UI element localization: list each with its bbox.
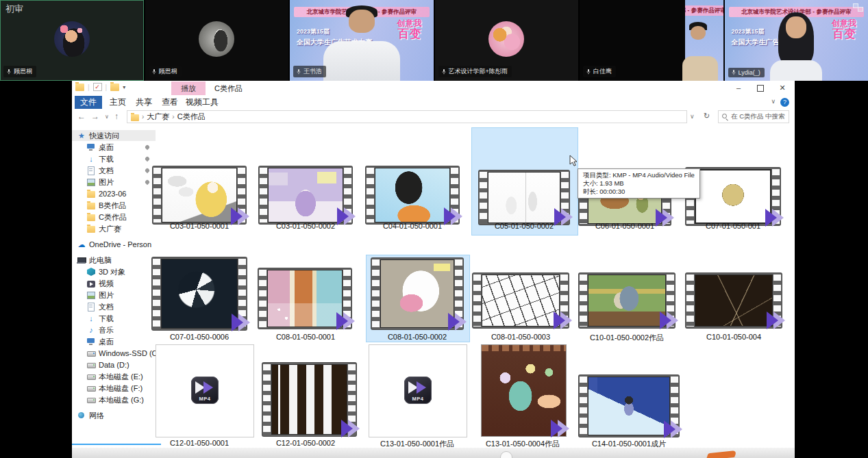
ribbon-collapse-icon[interactable]: ∨ xyxy=(771,98,776,105)
file-item-thumbnail[interactable] xyxy=(152,257,247,330)
video-tile-1[interactable]: 初审 顾思桐 xyxy=(0,0,144,81)
sidebar-item-downloads[interactable]: ↓ 下载 xyxy=(72,153,156,164)
sidebar-item-documents[interactable]: 文档 xyxy=(72,301,156,312)
file-item-thumbnail[interactable] xyxy=(262,363,356,436)
sidebar-item-desktop[interactable]: 桌面 xyxy=(72,142,156,153)
file-item-label[interactable]: C08-01-050-0001 xyxy=(252,333,359,341)
file-item-label[interactable]: C03-01-050-0001 xyxy=(146,222,253,230)
video-tile-5[interactable]: 北京城市学院艺术设计学部 - 参赛作品评审 白佳鹰 xyxy=(580,0,723,81)
file-item-label[interactable]: C10-01-050-004 xyxy=(680,333,787,341)
tab-file[interactable]: 文件 xyxy=(75,96,102,109)
forward-button[interactable]: → xyxy=(91,112,99,121)
file-item-label[interactable]: C07-01-050-0006 xyxy=(146,333,253,341)
sidebar-item-onedrive[interactable]: ☁ OneDrive - Person xyxy=(72,239,156,250)
sidebar-item-folder[interactable]: 2023-06 xyxy=(72,188,156,199)
sidebar-item-music[interactable]: ♪ 音乐 xyxy=(72,325,156,335)
refresh-icon[interactable]: ↻ xyxy=(704,112,710,120)
participant-name: Lydia(_) xyxy=(739,69,760,76)
breadcrumb-root[interactable]: 大广赛 xyxy=(147,112,169,122)
file-item-label[interactable]: C12-01-050-0001 xyxy=(146,439,253,447)
sidebar-item-folder[interactable]: C类作品 xyxy=(72,212,156,222)
sidebar-item-drive-d[interactable]: Data (D:) xyxy=(72,359,156,370)
file-item-label[interactable]: C08-01-050-0003 xyxy=(467,333,574,341)
sidebar-item-documents[interactable]: 文档 xyxy=(72,165,156,176)
tooltip-duration: 时长: 00:00:30 xyxy=(583,188,695,196)
file-item-label[interactable]: C10-01-050-0002作品 xyxy=(573,333,680,343)
file-item-label[interactable]: C13-01-050-0001作品 xyxy=(364,439,471,449)
kmplayer-mp4-icon: MP4 xyxy=(191,377,219,404)
file-item-label[interactable]: C12-01-050-0002 xyxy=(252,439,359,447)
sidebar-item-pictures[interactable]: 图片 xyxy=(72,177,156,188)
file-item-thumbnail[interactable] xyxy=(579,273,675,328)
sidebar-item-desktop[interactable]: 桌面 xyxy=(72,336,156,347)
drive-icon xyxy=(87,361,95,369)
file-item-thumbnail[interactable] xyxy=(366,166,459,224)
help-icon[interactable]: ? xyxy=(780,98,789,107)
file-item-thumbnail[interactable] xyxy=(579,375,679,437)
breadcrumb[interactable]: › 大广赛 › C类作品 xyxy=(127,110,687,123)
file-item-label[interactable]: C14-01-050-0001成片 xyxy=(575,439,682,449)
breadcrumb-current[interactable]: C类作品 xyxy=(177,112,206,122)
play-overlay-icon xyxy=(546,311,572,330)
sidebar-item-downloads[interactable]: ↓ 下载 xyxy=(72,313,156,324)
file-item-thumbnail[interactable] xyxy=(259,166,352,224)
sidebar-item-network[interactable]: 网络 xyxy=(72,410,156,421)
file-item-thumbnail[interactable] xyxy=(153,166,246,224)
participant-name: 艺术设计学部+陈彤雨 xyxy=(449,67,508,76)
file-item-label[interactable]: C08-01-050-0002 xyxy=(364,333,471,341)
sidebar-item-videos[interactable]: 视频 xyxy=(72,278,156,289)
video-tile-3[interactable]: 北京城市学院艺术设计学部 - 参赛作品评审 2023第15届 全国大学生广告艺术… xyxy=(290,0,434,81)
sidebar-item-this-pc[interactable]: 此电脑 xyxy=(72,255,156,266)
back-button[interactable]: ← xyxy=(77,112,86,121)
minimize-button[interactable]: – xyxy=(728,81,749,95)
gallery-view-icon[interactable] xyxy=(853,3,863,12)
sidebar-item-drive-f[interactable]: 本地磁盘 (F:) xyxy=(72,383,156,394)
sidebar-item-drive-c[interactable]: Windows-SSD (C: xyxy=(72,348,156,359)
file-item-thumbnail[interactable] xyxy=(371,258,463,329)
video-tile-4[interactable]: 艺术设计学部+陈彤雨 xyxy=(435,0,579,81)
folder-icon[interactable] xyxy=(75,84,84,91)
file-item-thumbnail[interactable] xyxy=(481,344,567,437)
file-item-thumbnail[interactable] xyxy=(258,268,351,329)
title-bar: | ✓ | ▾ 播放 C类作品 – ✕ xyxy=(72,81,795,96)
video-tile-2[interactable]: 顾思桐 xyxy=(145,0,289,81)
file-item-thumbnail[interactable] xyxy=(473,273,569,328)
sidebar-item-drive-g[interactable]: 本地磁盘 (G:) xyxy=(72,394,156,405)
sidebar-item-drive-e[interactable]: 本地磁盘 (E:) xyxy=(72,371,156,382)
meeting-control-button[interactable] xyxy=(500,451,512,458)
mic-icon xyxy=(441,68,447,75)
file-item-label[interactable]: C03-01-050-0002 xyxy=(252,222,359,230)
sidebar-item-folder[interactable]: B类作品 xyxy=(72,200,156,211)
tab-video-tools[interactable]: 视频工具 xyxy=(184,96,221,109)
file-item-thumbnail[interactable] xyxy=(479,170,569,225)
chevron-down-icon[interactable]: ▾ xyxy=(123,84,125,90)
tab-share[interactable]: 共享 xyxy=(132,96,156,109)
file-item-label[interactable]: C06-01-050-0001 xyxy=(571,222,678,230)
sidebar-item-pictures[interactable]: 图片 xyxy=(72,290,156,301)
sidebar-item-folder[interactable]: 大广赛 xyxy=(72,223,156,234)
search-box[interactable]: 在 C类作品 中搜索 xyxy=(718,110,789,123)
folder-icon[interactable] xyxy=(110,84,119,91)
file-item-label[interactable]: C13-01-050-0004作品 xyxy=(469,439,576,449)
address-dropdown-icon[interactable]: ∨ xyxy=(690,113,695,120)
file-item-label[interactable]: C07-01-050-001 xyxy=(680,222,786,230)
file-item-thumbnail[interactable] xyxy=(686,273,782,328)
sidebar-item-quick-access[interactable]: ★ 快速访问 xyxy=(72,130,156,141)
mouse-cursor xyxy=(569,155,579,168)
desktop-icon xyxy=(87,338,95,346)
tab-home[interactable]: 主页 xyxy=(106,96,129,109)
drive-icon xyxy=(87,372,95,381)
maximize-button[interactable] xyxy=(749,81,771,95)
file-item-label[interactable]: C05-01-050-0002 xyxy=(471,222,578,230)
recent-locations-icon[interactable]: ∨ xyxy=(105,114,109,120)
sidebar-item-3d-objects[interactable]: 3D 对象 xyxy=(72,266,156,277)
tab-view[interactable]: 查看 xyxy=(158,96,182,109)
document-icon xyxy=(87,166,95,175)
file-item-thumbnail[interactable]: MP4 xyxy=(156,344,254,437)
checkbox-icon[interactable]: ✓ xyxy=(93,83,102,91)
video-tile-6[interactable]: 北京城市学院艺术设计学部 - 参赛作品评审 2023第15届 全国大学生广告艺术… xyxy=(725,0,868,81)
up-button[interactable]: ↑ xyxy=(114,112,119,121)
close-button[interactable]: ✕ xyxy=(771,81,793,95)
file-item-label[interactable]: C04-01-050-0001 xyxy=(359,222,466,230)
file-item-thumbnail[interactable]: MP4 xyxy=(369,344,467,437)
